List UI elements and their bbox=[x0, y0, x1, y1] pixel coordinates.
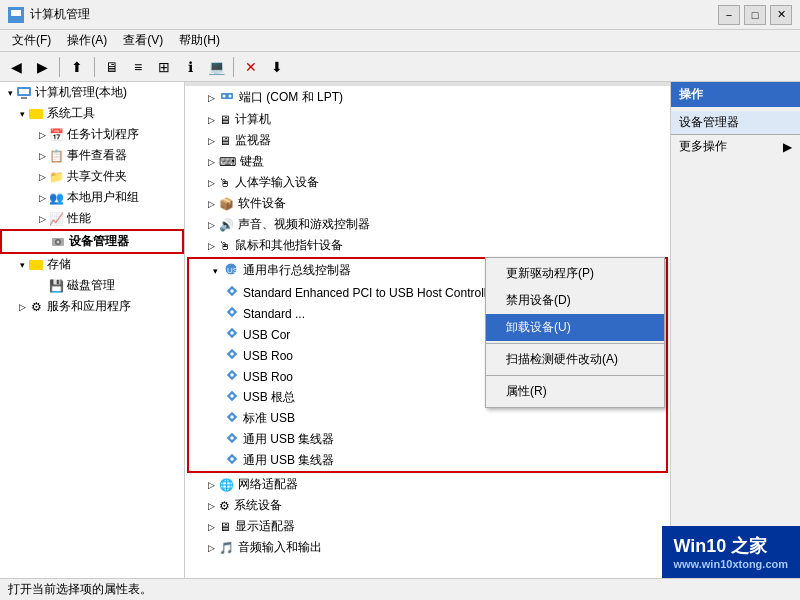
tree-device-manager[interactable]: ▷ 设备管理器 bbox=[0, 229, 184, 254]
ports-icon bbox=[219, 88, 235, 107]
minimize-button[interactable]: − bbox=[718, 5, 740, 25]
tree-event-viewer[interactable]: ▷ 📋 事件查看器 bbox=[0, 145, 184, 166]
info-button[interactable]: ℹ bbox=[178, 55, 202, 79]
ports-expand[interactable]: ▷ bbox=[205, 92, 217, 104]
users-expand[interactable]: ▷ bbox=[36, 192, 48, 204]
tree-performance[interactable]: ▷ 📈 性能 bbox=[0, 208, 184, 229]
hid-expand[interactable]: ▷ bbox=[205, 177, 217, 189]
main-area: ▾ 计算机管理(本地) ▾ 系统工具 ▷ 📅 任务计划程序 bbox=[0, 82, 800, 578]
audio-expand[interactable]: ▷ bbox=[205, 542, 217, 554]
back-button[interactable]: ◀ bbox=[4, 55, 28, 79]
svg-point-23 bbox=[230, 436, 234, 440]
ctx-separator-2 bbox=[486, 375, 664, 376]
tree-local-users[interactable]: ▷ 👥 本地用户和组 bbox=[0, 187, 184, 208]
tree-disk-mgmt[interactable]: ▷ 💾 磁盘管理 bbox=[0, 275, 184, 296]
device-network[interactable]: ▷ 🌐 网络适配器 bbox=[185, 474, 670, 495]
menu-file[interactable]: 文件(F) bbox=[4, 30, 59, 51]
tree-system-tools-label: 系统工具 bbox=[47, 105, 95, 122]
ctx-scan[interactable]: 扫描检测硬件改动(A) bbox=[486, 346, 664, 373]
mouse-icon: 🖱 bbox=[219, 239, 231, 253]
status-bar: 打开当前选择项的属性表。 bbox=[0, 578, 800, 600]
forward-button[interactable]: ▶ bbox=[30, 55, 54, 79]
device-keyboard[interactable]: ▷ ⌨ 键盘 bbox=[185, 151, 670, 172]
menu-action[interactable]: 操作(A) bbox=[59, 30, 115, 51]
svg-point-20 bbox=[230, 373, 234, 377]
watermark: Win10 之家 www.win10xtong.com bbox=[662, 526, 801, 578]
computer-expand[interactable]: ▷ bbox=[205, 114, 217, 126]
system-tools-expand[interactable]: ▾ bbox=[16, 108, 28, 120]
tree-task-scheduler[interactable]: ▷ 📅 任务计划程序 bbox=[0, 124, 184, 145]
task-expand[interactable]: ▷ bbox=[36, 129, 48, 141]
close-button[interactable]: ✕ bbox=[770, 5, 792, 25]
device-mouse[interactable]: ▷ 🖱 鼠标和其他指针设备 bbox=[185, 235, 670, 256]
services-expand[interactable]: ▷ bbox=[16, 301, 28, 313]
software-expand[interactable]: ▷ bbox=[205, 198, 217, 210]
mouse-expand[interactable]: ▷ bbox=[205, 240, 217, 252]
svg-rect-10 bbox=[29, 260, 43, 270]
grid-button[interactable]: ⊞ bbox=[152, 55, 176, 79]
perf-expand[interactable]: ▷ bbox=[36, 213, 48, 225]
up-button[interactable]: ⬆ bbox=[65, 55, 89, 79]
device-hid[interactable]: ▷ 🖱 人体学输入设备 bbox=[185, 172, 670, 193]
event-expand[interactable]: ▷ bbox=[36, 150, 48, 162]
svg-point-21 bbox=[230, 394, 234, 398]
usb-dev-icon-3 bbox=[225, 326, 239, 343]
device-computer[interactable]: ▷ 🖥 计算机 bbox=[185, 109, 670, 130]
svg-point-22 bbox=[230, 415, 234, 419]
svg-text:USB: USB bbox=[227, 266, 239, 275]
device-usb-hub-1[interactable]: 通用 USB 集线器 bbox=[189, 429, 666, 450]
keyboard-expand[interactable]: ▷ bbox=[205, 156, 217, 168]
storage-expand[interactable]: ▾ bbox=[16, 259, 28, 271]
right-panel-more-actions[interactable]: 更多操作 ▶ bbox=[671, 135, 800, 158]
restore-button[interactable]: □ bbox=[744, 5, 766, 25]
root-expand[interactable]: ▾ bbox=[4, 87, 16, 99]
usb-expand[interactable]: ▾ bbox=[209, 265, 221, 277]
tree-shared-folders[interactable]: ▷ 📁 共享文件夹 bbox=[0, 166, 184, 187]
device-system[interactable]: ▷ ⚙ 系统设备 bbox=[185, 495, 670, 516]
svg-point-16 bbox=[230, 289, 234, 293]
usb-dev-icon-1 bbox=[225, 284, 239, 301]
monitor-expand[interactable]: ▷ bbox=[205, 135, 217, 147]
shared-expand[interactable]: ▷ bbox=[36, 171, 48, 183]
properties-button[interactable]: ⬇ bbox=[265, 55, 289, 79]
show-hide-button[interactable]: 🖥 bbox=[100, 55, 124, 79]
ctx-properties[interactable]: 属性(R) bbox=[486, 378, 664, 405]
device-display[interactable]: ▷ 🖥 显示适配器 bbox=[185, 516, 670, 537]
delete-button[interactable]: ✕ bbox=[239, 55, 263, 79]
device-sound[interactable]: ▷ 🔊 声音、视频和游戏控制器 bbox=[185, 214, 670, 235]
devmgr-icon bbox=[50, 234, 66, 250]
tree-system-tools[interactable]: ▾ 系统工具 bbox=[0, 103, 184, 124]
watermark-line2: www.win10xtong.com bbox=[674, 558, 789, 570]
device-software[interactable]: ▷ 📦 软件设备 bbox=[185, 193, 670, 214]
menu-help[interactable]: 帮助(H) bbox=[171, 30, 228, 51]
audio-icon: 🎵 bbox=[219, 541, 234, 555]
right-panel: 操作 设备管理器 更多操作 ▶ bbox=[670, 82, 800, 578]
device-std-usb[interactable]: 标准 USB bbox=[189, 408, 666, 429]
left-panel: ▾ 计算机管理(本地) ▾ 系统工具 ▷ 📅 任务计划程序 bbox=[0, 82, 185, 578]
right-panel-section: 设备管理器 更多操作 ▶ bbox=[671, 107, 800, 162]
computer-icon bbox=[16, 85, 32, 101]
device-usb-hub-2[interactable]: 通用 USB 集线器 bbox=[189, 450, 666, 471]
tree-storage[interactable]: ▾ 存储 bbox=[0, 254, 184, 275]
device-monitor[interactable]: ▷ 🖥 监视器 bbox=[185, 130, 670, 151]
context-menu: 更新驱动程序(P) 禁用设备(D) 卸载设备(U) 扫描检测硬件改动(A) 属性… bbox=[485, 257, 665, 408]
network-expand[interactable]: ▷ bbox=[205, 479, 217, 491]
ctx-disable[interactable]: 禁用设备(D) bbox=[486, 287, 664, 314]
sound-expand[interactable]: ▷ bbox=[205, 219, 217, 231]
display-icon: 🖥 bbox=[219, 520, 231, 534]
tree-services[interactable]: ▷ ⚙ 服务和应用程序 bbox=[0, 296, 184, 317]
device-ports[interactable]: ▷ 端口 (COM 和 LPT) bbox=[185, 86, 670, 109]
system-expand[interactable]: ▷ bbox=[205, 500, 217, 512]
ctx-uninstall[interactable]: 卸载设备(U) bbox=[486, 314, 664, 341]
menu-view[interactable]: 查看(V) bbox=[115, 30, 171, 51]
display-expand[interactable]: ▷ bbox=[205, 521, 217, 533]
svg-rect-6 bbox=[29, 109, 34, 112]
computer-button[interactable]: 💻 bbox=[204, 55, 228, 79]
toolbar-sep-3 bbox=[233, 57, 234, 77]
ctx-update-driver[interactable]: 更新驱动程序(P) bbox=[486, 260, 664, 287]
device-audio[interactable]: ▷ 🎵 音频输入和输出 bbox=[185, 537, 670, 558]
list-button[interactable]: ≡ bbox=[126, 55, 150, 79]
services-icon: ⚙ bbox=[28, 299, 44, 315]
tree-root[interactable]: ▾ 计算机管理(本地) bbox=[0, 82, 184, 103]
svg-point-18 bbox=[230, 331, 234, 335]
